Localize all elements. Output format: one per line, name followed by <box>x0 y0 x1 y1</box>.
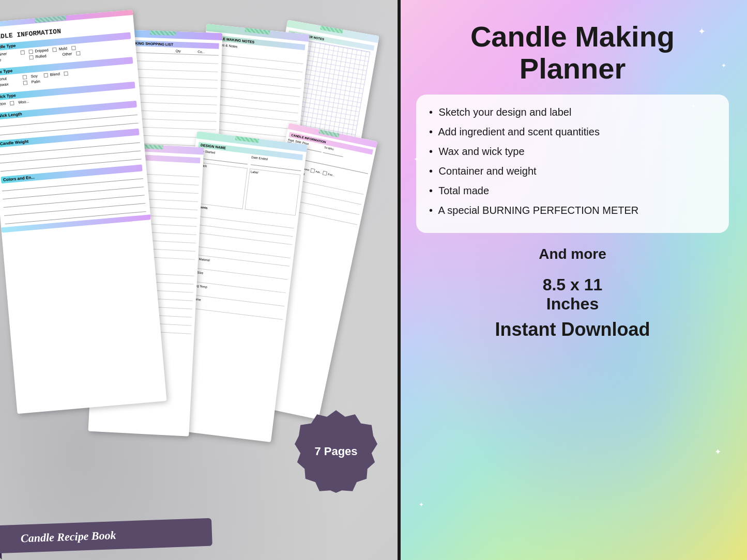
seal-shape: 7 Pages <box>295 410 377 493</box>
bullet-3: • <box>429 146 433 157</box>
feature-5: • Total made <box>429 183 716 198</box>
and-more-text: And more <box>416 246 729 262</box>
feature-4: • Container and weight <box>429 164 716 178</box>
panel-divider <box>398 0 401 560</box>
bullet-2: • <box>429 126 433 137</box>
tape-shopping <box>150 29 176 36</box>
tape-decoration <box>35 13 66 23</box>
banner-shape: Candle Recipe Book <box>0 518 212 554</box>
bullet-4: • <box>429 165 433 177</box>
feature-1: • Sketch your design and label <box>429 105 716 119</box>
sparkle-r6: ✦ <box>419 501 424 508</box>
download-text: Instant Download <box>416 319 729 340</box>
seal-text: 7 Pages <box>314 445 357 458</box>
seal-badge: 7 Pages <box>295 410 377 493</box>
banner-text: Candle Recipe Book <box>21 526 197 546</box>
title-line1: Candle Making <box>470 20 675 53</box>
features-box: • Sketch your design and label • Add ing… <box>416 95 729 233</box>
right-title: Candle Making Planner <box>416 21 729 84</box>
left-panel: CANDLE INFORMATION Candle Type Container… <box>0 0 398 560</box>
title-line2: Planner <box>520 52 626 85</box>
feature-6: • A special BURNING PERFECTION METER <box>429 203 716 217</box>
right-panel: ✦ ✦ ✦ ✦ ✦ ✦ Candle Making Planner • Sket… <box>398 0 747 560</box>
bullet-6: • <box>429 205 433 216</box>
feature-2: • Add ingredient and scent quantities <box>429 125 716 139</box>
bullet-1: • <box>429 106 433 118</box>
bullet-5: • <box>429 185 433 196</box>
feature-3: • Wax and wick type <box>429 144 716 159</box>
right-content: Candle Making Planner • Sketch your desi… <box>398 0 747 361</box>
banner: Candle Recipe Book <box>0 522 212 550</box>
sparkle-r5: ✦ <box>714 447 721 457</box>
size-text: 8.5 x 11Inches <box>416 275 729 314</box>
